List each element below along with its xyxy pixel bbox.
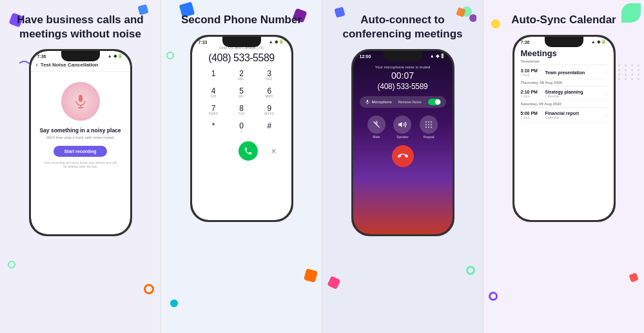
meeting-dur-0: 1 hour — [521, 73, 542, 77]
muted-text: Your microphone noise is muted — [358, 65, 447, 69]
deco-green-half-4 — [621, 3, 641, 23]
svg-point-15 — [428, 124, 429, 125]
meeting-source-1: Calendar — [545, 94, 605, 98]
svg-rect-0 — [79, 95, 83, 102]
dial-key-2[interactable]: 2ABC — [229, 68, 254, 83]
mute-icon — [372, 120, 381, 129]
call-button[interactable] — [239, 141, 258, 161]
phone-frame-1: 7:36 ▲ ◆ 🔋 ‹ Test Noise Cancellation Say… — [29, 49, 132, 236]
meeting-info-1: Strategy planning Calendar — [542, 90, 605, 98]
meeting-dur-2: 1 hour — [521, 116, 542, 119]
mic-text: Microphone — [372, 100, 392, 104]
meeting-time-col-2: 5:00 PM 1 hour — [521, 111, 542, 119]
screen1-body-text: Say something in a noisy place — [39, 127, 121, 134]
deco-purple-ring-4 — [489, 292, 498, 301]
screen3-controls: Mute Speaker — [353, 110, 453, 141]
dial-key-hash[interactable]: # — [257, 120, 282, 135]
dial-key-1[interactable]: 1 — [201, 68, 226, 83]
screen1-title: Test Noise Cancellation — [41, 62, 99, 68]
back-arrow-icon: ‹ — [36, 61, 38, 68]
meeting-info-0: Team presentation — [542, 70, 605, 75]
dots-pattern — [612, 65, 641, 80]
section-tomorrow: Tomorrow 3:10 PM 1 hour Team presentatio… — [514, 59, 614, 79]
meeting-time-col-1: 2:10 PM 1 hour — [521, 90, 542, 98]
meeting-info-2: Financial report Calendar — [542, 111, 605, 119]
dial-key-3[interactable]: 3DEF — [257, 68, 282, 83]
deco-teal-2 — [170, 299, 178, 307]
svg-point-18 — [428, 126, 429, 128]
time-1: 7:36 — [37, 54, 46, 59]
section-saturday: Saturday, 08 Aug 2020 5:00 PM 1 hour Fin… — [514, 102, 614, 122]
mute-label: Mute — [373, 135, 380, 139]
keypad-button[interactable]: Keypad — [420, 116, 438, 139]
phone-frame-3: 12:00 ▲ ◆ 🔋 Your microphone noise is mut… — [351, 49, 454, 236]
meeting-item-0: 3:10 PM 1 hour Team presentation › — [521, 66, 607, 79]
meeting-time-0: 3:10 PM — [521, 68, 542, 73]
noise-toggle[interactable] — [428, 99, 441, 105]
deco-red-4 — [629, 272, 638, 282]
svg-rect-6 — [367, 100, 368, 103]
mute-button[interactable]: Mute — [367, 116, 385, 139]
meeting-name-2: Financial report — [545, 111, 605, 116]
dial-key-6[interactable]: 6MNO — [257, 85, 282, 100]
deco-pink-3 — [327, 276, 340, 289]
phone-screen-2: 7:33 ▲ ◆ 🔋 Only US and Canada (+1) (408)… — [192, 37, 291, 220]
speaker-icon — [398, 120, 407, 129]
status-icons-4: ▲ ◆ 🔋 — [591, 39, 607, 45]
phone-screen-1: 7:36 ▲ ◆ 🔋 ‹ Test Noise Cancellation Say… — [31, 51, 130, 234]
meeting-item-2: 5:00 PM 1 hour Financial report Calendar… — [521, 109, 607, 122]
panel-4-title: Auto-Sync Calendar — [511, 13, 616, 27]
meeting-source-2: Calendar — [545, 116, 605, 119]
meeting-time-2: 5:00 PM — [521, 111, 542, 116]
panel-phone-number: Second Phone Number 7:33 ▲ ◆ 🔋 Only US a… — [161, 0, 322, 333]
mic-circle — [61, 82, 100, 121]
status-icons-3: ▲ ◆ 🔋 — [430, 54, 446, 59]
panel-3-title: Auto-connect to conferencing meetings — [329, 13, 476, 41]
dial-key-9[interactable]: 9WXYZ — [257, 103, 282, 117]
deco-green-circle — [8, 261, 15, 268]
meeting-name-0: Team presentation — [545, 70, 605, 75]
screen1-sub-text: We'll then play it back with noise muted — [46, 136, 113, 139]
screen1-mic-area: Say something in a noisy place We'll the… — [31, 72, 130, 174]
deco-green-ring-3 — [466, 266, 475, 275]
phone-frame-4: 7:36 ▲ ◆ 🔋 Meetings Tomorrow 3:10 PM 1 h… — [512, 35, 616, 222]
screen2-actions: × — [192, 139, 291, 163]
deco-green-circle-2 — [166, 52, 174, 59]
dial-key-0[interactable]: 0+ — [229, 120, 254, 135]
screen1-footer: Your recording will never leave your dev… — [37, 161, 124, 168]
svg-point-12 — [428, 121, 429, 123]
panel-calendar: Auto-Sync Calendar 7:36 ▲ ◆ 🔋 Meetings T… — [483, 0, 644, 333]
dial-key-7[interactable]: 7PQRS — [201, 103, 226, 117]
time-3: 12:00 — [360, 54, 371, 59]
cancel-button[interactable]: × — [271, 146, 276, 156]
dial-key-4[interactable]: 4GHI — [201, 85, 226, 100]
keypad-label: Keypad — [424, 135, 434, 139]
deco-orange-circle — [144, 284, 154, 294]
start-recording-button[interactable]: Start recording — [54, 146, 106, 157]
end-call-button[interactable] — [392, 145, 414, 167]
arrow-2: › — [605, 112, 607, 118]
arrow-1: › — [605, 91, 607, 97]
arrow-0: › — [605, 70, 607, 76]
svg-point-17 — [425, 126, 427, 128]
end-call-icon — [398, 151, 408, 161]
phone-frame-2: 7:33 ▲ ◆ 🔋 Only US and Canada (+1) (408)… — [190, 35, 293, 222]
mic-row: Microphone Remove Noise — [360, 96, 446, 108]
dial-key-8[interactable]: 8TUV — [229, 103, 254, 117]
dial-key-star[interactable]: * — [201, 120, 226, 135]
section-thursday: Thursday, 06 Aug 2020 2:10 PM 1 hour Str… — [514, 81, 614, 101]
meetings-header: Meetings — [514, 46, 614, 59]
meeting-name-1: Strategy planning — [545, 90, 605, 94]
speaker-button[interactable]: Speaker — [393, 116, 411, 139]
section-label-thu: Thursday, 06 Aug 2020 — [521, 81, 607, 86]
keypad-circle — [420, 116, 438, 134]
phone-screen-3: 12:00 ▲ ◆ 🔋 Your microphone noise is mut… — [353, 51, 453, 234]
mute-circle — [367, 116, 385, 134]
phone-screen-4: 7:36 ▲ ◆ 🔋 Meetings Tomorrow 3:10 PM 1 h… — [514, 37, 614, 220]
svg-point-14 — [425, 124, 427, 125]
dial-key-5[interactable]: 5JKL — [229, 85, 254, 100]
screen1-header: ‹ Test Noise Cancellation — [31, 60, 130, 72]
speaker-circle — [393, 116, 411, 134]
section-label-sat: Saturday, 08 Aug 2020 — [521, 102, 607, 108]
svg-point-11 — [425, 121, 427, 123]
